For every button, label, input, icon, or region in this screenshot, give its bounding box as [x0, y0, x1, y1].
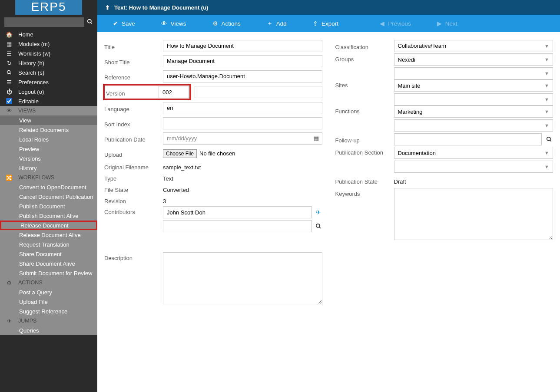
- search-icon[interactable]: [545, 136, 553, 142]
- svg-line-3: [10, 73, 11, 75]
- nav-label: Modules (m): [18, 41, 50, 47]
- nav-logout[interactable]: ⏻ Logout (o): [0, 87, 97, 96]
- wf-release-alive[interactable]: Release Document Alive: [0, 230, 97, 240]
- sort-index-input[interactable]: [163, 117, 322, 129]
- chevron-left-icon: ◀: [380, 20, 384, 27]
- wf-publish[interactable]: Publish Document: [0, 201, 97, 211]
- action-suggest[interactable]: Suggest Reference: [0, 306, 97, 316]
- classification-select[interactable]: Collaborative/Team ▼: [394, 40, 553, 52]
- label: Add: [276, 20, 287, 27]
- nav-home[interactable]: 🏠 Home: [0, 30, 97, 39]
- groups-select-2[interactable]: ▼: [394, 67, 553, 79]
- pub-state-value: Draft: [394, 176, 553, 185]
- label: Actions: [222, 20, 241, 27]
- reference-input[interactable]: [163, 70, 322, 82]
- nav-preferences[interactable]: ☰ Preferences: [0, 77, 97, 87]
- label-pub-section: Publication Section: [335, 147, 391, 156]
- actions-button[interactable]: ⚙ Actions: [199, 20, 254, 27]
- previous-button: ◀ Previous: [367, 20, 424, 27]
- views-button[interactable]: 👁 Views: [148, 20, 199, 27]
- logout-icon: ⏻: [6, 89, 12, 95]
- label: Save: [122, 20, 135, 27]
- view-preview[interactable]: Preview: [0, 144, 97, 154]
- nav-label: Search (s): [18, 69, 44, 76]
- action-upload[interactable]: Upload File: [0, 297, 97, 306]
- wf-release[interactable]: Release Document: [0, 221, 97, 230]
- home-icon: 🏠: [6, 31, 12, 38]
- view-versions[interactable]: Versions: [0, 154, 97, 163]
- nav-history[interactable]: ↻ History (h): [0, 58, 97, 68]
- views-header: 👁 VIEWS: [0, 106, 97, 115]
- editable-checkbox[interactable]: [6, 98, 12, 104]
- sidebar: ERP5 🏠 Home ▦ Modules (m) ☰ Worklists (w…: [0, 0, 97, 392]
- type-value: Text: [163, 175, 322, 182]
- select-value: Main site: [398, 82, 421, 89]
- wf-submit-review[interactable]: Submit Document for Review: [0, 268, 97, 278]
- plane-icon[interactable]: ✈: [315, 209, 322, 216]
- short-title-input[interactable]: [163, 55, 322, 67]
- eye-icon: 👁: [161, 20, 167, 27]
- functions-select-2[interactable]: ▼: [394, 119, 553, 132]
- jump-queries[interactable]: Queries: [0, 326, 97, 335]
- chevron-down-icon: ▼: [544, 123, 549, 128]
- keywords-textarea[interactable]: [394, 188, 553, 240]
- view-history[interactable]: History: [0, 163, 97, 173]
- pub-section-select[interactable]: Documentation ▼: [394, 147, 553, 159]
- wf-publish-alive[interactable]: Publish Document Alive: [0, 211, 97, 221]
- modules-icon: ▦: [6, 41, 12, 47]
- publication-date-input[interactable]: [163, 132, 322, 145]
- language-input[interactable]: [163, 102, 322, 114]
- action-postquery[interactable]: Post a Query: [0, 287, 97, 297]
- sidebar-search: [0, 17, 97, 30]
- label-version: Version: [105, 88, 159, 97]
- worklists-icon: ☰: [6, 50, 12, 57]
- nav-label: Logout (o): [18, 89, 44, 95]
- wf-share-alive[interactable]: Share Document Alive: [0, 259, 97, 268]
- plane-icon: ✈: [6, 318, 12, 324]
- choose-file-button[interactable]: Choose File: [163, 149, 197, 158]
- up-icon[interactable]: ⬆: [105, 4, 110, 11]
- wf-share[interactable]: Share Document: [0, 249, 97, 259]
- nav-editable[interactable]: Editable: [0, 96, 97, 106]
- wf-cancel[interactable]: Cancel Document Publication: [0, 192, 97, 201]
- label-orig-filename: Original Filename: [104, 163, 159, 171]
- view-related[interactable]: Related Documents: [0, 125, 97, 135]
- breadcrumb-text: Text: How to Manage Document (u): [114, 4, 208, 11]
- version-highlight: Version: [103, 84, 191, 100]
- label: Next: [445, 20, 457, 27]
- pub-section-select-2[interactable]: ▼: [394, 161, 553, 173]
- search-icon[interactable]: [87, 19, 93, 26]
- logo: ERP5: [15, 0, 82, 15]
- groups-select[interactable]: Nexedi ▼: [394, 53, 553, 66]
- chevron-down-icon: ▼: [544, 57, 549, 62]
- nav-modules[interactable]: ▦ Modules (m): [0, 39, 97, 49]
- label-description: Description: [104, 252, 159, 261]
- chevron-down-icon: ▼: [544, 97, 549, 102]
- search-icon[interactable]: [315, 223, 322, 229]
- add-button[interactable]: ＋ Add: [254, 20, 300, 27]
- nav-label: History (h): [18, 60, 44, 66]
- version-input-rest[interactable]: [195, 86, 322, 98]
- title-input[interactable]: [163, 40, 322, 52]
- history-icon: ↻: [6, 60, 12, 66]
- nav-label: Editable: [18, 98, 39, 105]
- search-input[interactable]: [4, 17, 84, 27]
- nav-worklists[interactable]: ☰ Worklists (w): [0, 49, 97, 58]
- functions-select[interactable]: Marketing ▼: [394, 105, 553, 118]
- contributor-input-2[interactable]: [163, 220, 312, 232]
- view-localroles[interactable]: Local Roles: [0, 135, 97, 144]
- contributor-input-1[interactable]: [163, 206, 312, 218]
- gears-icon: ⚙: [6, 280, 12, 286]
- wf-translation[interactable]: Request Translation: [0, 240, 97, 249]
- description-textarea[interactable]: [163, 252, 322, 304]
- save-button[interactable]: ✔ Save: [100, 20, 148, 27]
- sites-select[interactable]: Main site ▼: [394, 79, 553, 92]
- followup-input[interactable]: [394, 133, 542, 145]
- version-input[interactable]: [159, 86, 189, 98]
- nav-search[interactable]: Search (s): [0, 68, 97, 77]
- sites-select-2[interactable]: ▼: [394, 93, 553, 105]
- nav-label: Worklists (w): [18, 50, 50, 57]
- export-button[interactable]: ⇪ Export: [300, 20, 351, 27]
- view-view[interactable]: View: [0, 115, 97, 125]
- wf-convert[interactable]: Convert to OpenDocument: [0, 182, 97, 192]
